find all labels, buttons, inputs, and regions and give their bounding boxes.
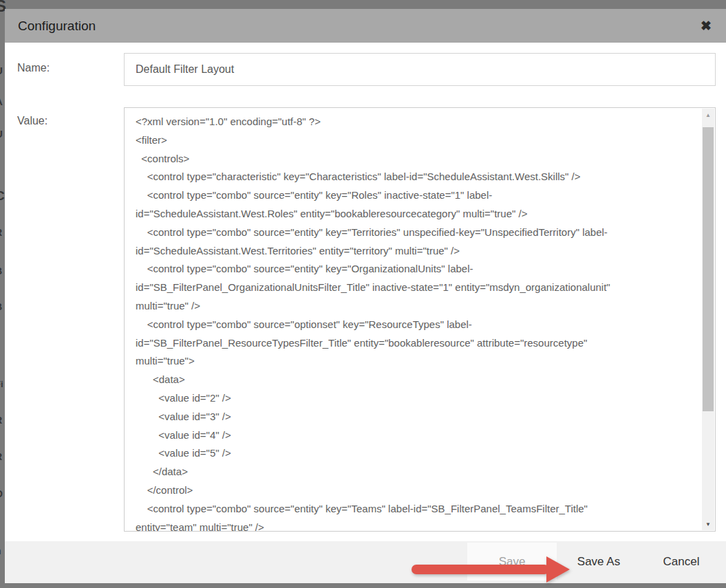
background-text-fragment: Fi xyxy=(0,379,3,389)
scroll-down-icon[interactable]: ▼ xyxy=(702,518,714,530)
background-text-fragment: h xyxy=(0,545,1,556)
xml-line: multi="true" /> xyxy=(136,297,699,316)
value-xml-editor[interactable]: <?xml version="1.0" encoding="utf-8" ?><… xyxy=(124,107,716,532)
xml-line: <control type="combo" source="entity" ke… xyxy=(136,224,699,242)
background-text-fragment: U xyxy=(0,65,3,76)
xml-line: <control type="characteristic" key="Char… xyxy=(136,168,699,186)
xml-line: </data> xyxy=(136,463,699,481)
save-as-button[interactable]: Save As xyxy=(561,543,637,580)
xml-line: id="SB_FilterPanel_ResourceTypesFilter_T… xyxy=(136,334,699,353)
background-text-fragment: B xyxy=(0,301,2,312)
xml-line: <control type="combo" source="entity" ke… xyxy=(136,186,699,205)
name-label: Name: xyxy=(17,62,50,74)
xml-line: <?xml version="1.0" encoding="utf-8" ?> xyxy=(136,113,699,131)
xml-line: <value id="3" /> xyxy=(136,408,699,426)
dialog-footer: Save Save As Cancel xyxy=(5,541,726,583)
background-text-fragment: A xyxy=(0,96,3,107)
cancel-button[interactable]: Cancel xyxy=(643,543,719,580)
xml-content[interactable]: <?xml version="1.0" encoding="utf-8" ?><… xyxy=(125,108,702,531)
scroll-up-icon[interactable]: ▲ xyxy=(702,109,714,121)
xml-line: id="ScheduleAssistant.West.Territories" … xyxy=(136,242,699,261)
xml-line: multi="true"> xyxy=(136,352,699,371)
xml-line: <value id="4" /> xyxy=(136,426,699,445)
xml-line: <value id="2" /> xyxy=(136,389,699,408)
xml-line: id="SB_FilterPanel_OrganizationalUnitsFi… xyxy=(136,279,699,297)
xml-line: id="ScheduleAssistant.West.Roles" entity… xyxy=(136,205,699,224)
background-text-fragment: R xyxy=(0,227,2,238)
scrollbar-thumb[interactable] xyxy=(703,127,714,411)
close-icon[interactable]: ✖ xyxy=(696,16,716,36)
background-text-fragment: U xyxy=(0,128,3,140)
background-text-fragment: R xyxy=(0,415,2,426)
xml-line: entity="team" multi="true" /> xyxy=(136,519,699,531)
background-text-fragment: B xyxy=(0,265,2,276)
xml-line: <control type="combo" source="entity" ke… xyxy=(136,260,699,279)
xml-line: <data> xyxy=(136,371,699,389)
xml-line: <control type="combo" source="optionset"… xyxy=(136,316,699,334)
xml-line: <control type="combo" source="entity" ke… xyxy=(136,500,699,519)
xml-line: </control> xyxy=(136,481,699,500)
background-text-fragment: O xyxy=(0,488,3,499)
vertical-scrollbar[interactable]: ▲ ▼ xyxy=(702,109,714,530)
xml-line: <value id="5" /> xyxy=(136,444,699,463)
xml-line: <filter> xyxy=(136,131,699,150)
value-label: Value: xyxy=(17,115,47,127)
dialog-header: Configuration ✖ xyxy=(5,9,726,43)
configuration-dialog: Configuration ✖ Name: Value: <?xml versi… xyxy=(5,9,726,583)
save-button[interactable]: Save xyxy=(467,543,557,580)
background-text-fragment: C xyxy=(0,188,5,204)
background-text-fragment: R xyxy=(0,451,2,462)
xml-line: <controls> xyxy=(136,150,699,168)
name-input[interactable] xyxy=(124,53,716,86)
dialog-title: Configuration xyxy=(5,19,96,34)
